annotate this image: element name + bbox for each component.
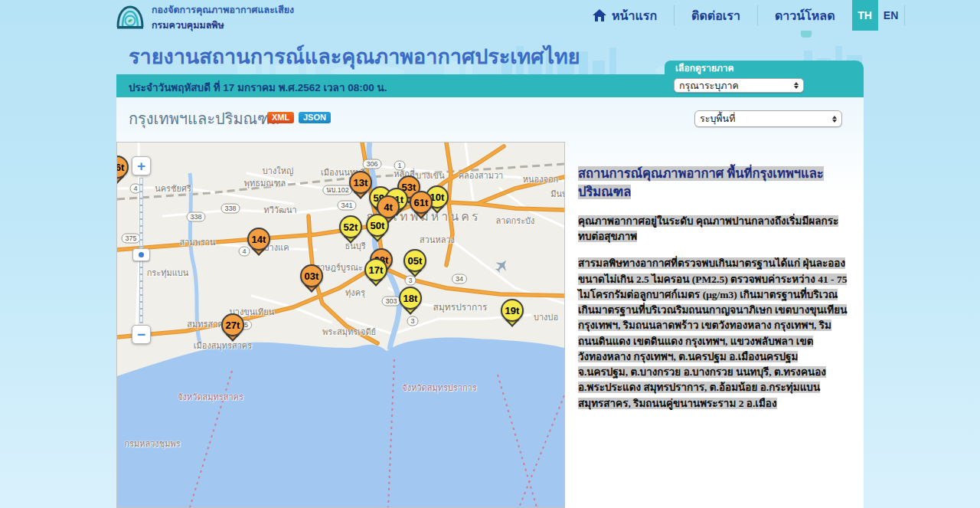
map-marker-52t[interactable]: 52t xyxy=(338,215,364,249)
plus-icon: + xyxy=(137,158,145,175)
area-select[interactable]: ระบุพื้นที่ xyxy=(694,110,842,127)
home-icon xyxy=(593,9,606,21)
map-marker-17t[interactable]: 17t xyxy=(363,258,389,292)
panel-heading: สถานการณ์คุณภาพอากาศ พื้นที่กรุงเทพฯและป… xyxy=(578,165,848,202)
panel-text-segment: คุณภาพอากาศอยู่ในระดับ xyxy=(578,215,696,227)
map-marker-50t[interactable]: 50t xyxy=(364,214,390,247)
map-zoom-in-button[interactable]: + xyxy=(132,156,151,175)
logo-text: กองจัดการคุณภาพอากาศและเสียง กรมควบคุมมล… xyxy=(152,2,294,33)
panel-paragraphs: คุณภาพอากาศอยู่ในระดับ คุณภาพปานกลางถึงเ… xyxy=(578,214,848,411)
section-title: กรุงเทพฯและปริมณฑล xyxy=(129,107,279,131)
map-base-layer xyxy=(117,143,564,507)
page-title: รายงานสถานการณ์และคุณภาพอากาศประเทศไทย xyxy=(129,40,580,73)
map-zoom-slider-handle[interactable] xyxy=(132,248,150,261)
map-marker-16t[interactable]: 16t xyxy=(116,156,130,189)
rainbow-leaf-logo-icon xyxy=(115,4,145,32)
map-marker-61t[interactable]: 61t xyxy=(408,191,434,225)
nav-separator xyxy=(904,5,905,25)
panel-paragraph: คุณภาพอากาศอยู่ในระดับ คุณภาพปานกลางถึงเ… xyxy=(578,214,848,245)
situation-report-panel: สถานการณ์คุณภาพอากาศ พื้นที่กรุงเทพฯและป… xyxy=(578,165,848,423)
nav-download-label: ดาวน์โหลด xyxy=(775,6,835,25)
site-logo[interactable]: กองจัดการคุณภาพอากาศและเสียง กรมควบคุมมล… xyxy=(115,2,294,33)
map-marker-05t[interactable]: 05t xyxy=(402,249,428,283)
logo-line2: กรมควบคุมมลพิษ xyxy=(152,18,294,33)
map-marker-27t[interactable]: 27t xyxy=(220,313,246,347)
minus-icon: − xyxy=(137,326,145,343)
panel-text-segment: สารมลพิษทางอากาศที่ตรวจพบเกินมาตรฐานได้แ… xyxy=(578,257,803,269)
region-select-value: กรุณาระบุภาค xyxy=(679,78,739,93)
air-quality-map[interactable]: กรุงเทพมหานครบางใหญ่เมืองนนทบุรีหลักสี่บ… xyxy=(116,142,565,508)
area-select-value: ระบุพื้นที่ xyxy=(700,111,735,126)
json-export-badge[interactable]: JSON xyxy=(299,112,331,123)
region-tab[interactable]: เลือกดูรายภาค xyxy=(665,61,864,74)
panel-heading-text: สถานการณ์คุณภาพอากาศ พื้นที่กรุงเทพฯและป… xyxy=(578,166,824,199)
panel-paragraph: สารมลพิษทางอากาศที่ตรวจพบเกินมาตรฐานได้แ… xyxy=(578,256,848,411)
date-bar: ประจำวันพฤหัสบดี ที่ 17 มกราคม พ.ศ.2562 … xyxy=(116,74,864,97)
nav-download[interactable]: ดาวน์โหลด xyxy=(758,0,852,31)
select-spinner-icon xyxy=(832,116,837,123)
logo-line1: กองจัดการคุณภาพอากาศและเสียง xyxy=(152,2,294,18)
lang-th-tail-decoration xyxy=(801,31,812,38)
map-zoom-out-button[interactable]: − xyxy=(132,325,151,344)
lang-switch-en[interactable]: EN xyxy=(878,0,904,31)
nav-contact[interactable]: ติดต่อเรา xyxy=(675,0,757,31)
panel-text-segment: ตรวจพบค่าระหว่าง 41 - 75 ไมโครกรัมต่อลูก… xyxy=(578,274,847,409)
nav-contact-label: ติดต่อเรา xyxy=(691,6,740,25)
nav-home[interactable]: หน้าแรก xyxy=(576,0,674,31)
nav-home-label: หน้าแรก xyxy=(612,6,657,25)
lang-switch-th[interactable]: TH xyxy=(852,0,878,31)
region-select[interactable]: กรุณาระบุภาค xyxy=(674,78,804,93)
map-marker-19t[interactable]: 19t xyxy=(499,299,525,333)
content-area: กรุงเทพฯและปริมณฑล XML JSON ระบุพื้นที่ xyxy=(116,97,864,508)
top-navigation-bar: กองจัดการคุณภาพอากาศและเสียง กรมควบคุมมล… xyxy=(0,0,980,31)
xml-export-badge[interactable]: XML xyxy=(267,112,294,123)
select-spinner-icon xyxy=(794,82,799,89)
map-marker-18t[interactable]: 18t xyxy=(397,287,423,320)
map-marker-14t[interactable]: 14t xyxy=(246,228,272,261)
slider-dot-icon xyxy=(139,252,144,257)
map-marker-03t[interactable]: 03t xyxy=(299,264,325,298)
report-datetime: ประจำวันพฤหัสบดี ที่ 17 มกราคม พ.ศ.2562 … xyxy=(129,79,387,96)
